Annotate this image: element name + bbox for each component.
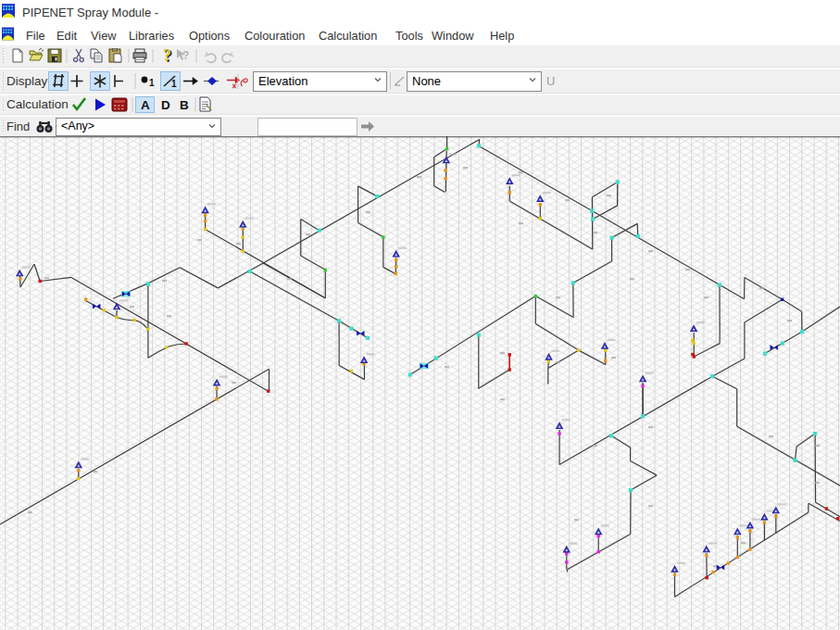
- svg-text:B: B: [180, 98, 189, 112]
- svg-text:x: x: [232, 82, 236, 90]
- svg-text:1: 1: [149, 78, 155, 88]
- svg-text:1: 1: [171, 79, 177, 89]
- svg-text:?: ?: [182, 49, 189, 62]
- svg-text:D: D: [161, 98, 170, 112]
- svg-text:A: A: [141, 98, 150, 112]
- svg-text:?: ?: [163, 48, 171, 64]
